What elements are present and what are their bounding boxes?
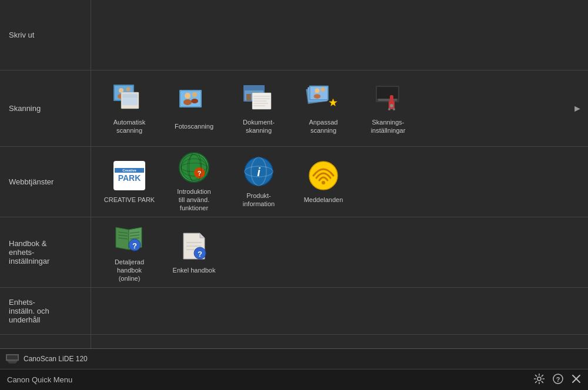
creative-park-icon-container: Creative PARK [112,160,147,192]
svg-point-41 [390,104,393,107]
detaljerad-handbok-item[interactable]: ? Detaljeradhandbok(online) [103,222,156,283]
svg-rect-37 [378,99,397,101]
introduktion-globe-icon: ? [179,152,209,183]
fotoscanning-icon-container [176,86,212,119]
sidebar-label-enhets: Enhets-inställn. ochunderhåll [9,298,49,324]
fotoscanning-label: Fotoscanning [175,122,213,130]
svg-point-4 [126,88,131,92]
sidebar-item-enhets: Enhets-inställn. ochunderhåll [0,288,91,335]
creative-park-label: CREATIVE PARK [104,196,155,204]
enkel-handbok-icon: ? [179,231,209,261]
anpassad-scanning-icon-container [306,82,341,115]
skriv-ut-row [91,0,588,70]
next-arrow-button[interactable]: ► [572,100,583,117]
svg-point-31 [315,89,319,93]
scanner-small-icon [6,354,19,364]
dokument-skanning-item[interactable]: Dokument-skanning [232,82,285,135]
scanner-name: CanoScan LiDE 120 [24,355,88,363]
svg-point-42 [388,108,390,110]
svg-point-43 [393,108,395,110]
meddelanden-item[interactable]: Meddelanden [297,160,350,204]
svg-text:i: i [257,166,260,179]
creative-park-top-text: Creative [115,168,144,173]
produkt-information-item[interactable]: i Produkt-information [232,156,285,209]
help-icon[interactable]: ? [553,374,563,386]
scanner-bar: CanoScan LiDE 120 [0,348,588,369]
main-content: Skriv ut Skanning Webbtjänster Handbok &… [0,0,588,348]
svg-point-55 [322,181,325,184]
content-panels: Automatisk scanning Fotoscanning [91,0,588,348]
svg-text:?: ? [556,376,560,383]
svg-text:?: ? [132,241,137,250]
app-title: Canon Quick Menu [7,375,72,384]
svg-rect-18 [246,94,251,100]
svg-point-33 [321,88,325,92]
settings-icon[interactable] [534,374,544,386]
skannings-installningar-icon-container [370,82,406,115]
svg-point-32 [314,94,321,99]
skannings-installningar-item[interactable]: Skannings-inställningar [362,82,415,135]
svg-rect-70 [7,355,18,359]
skanning-row: Automatisk scanning Fotoscanning [91,70,588,147]
svg-marker-34 [329,99,338,106]
automatisk-scanning-icon [112,83,146,113]
svg-rect-36 [377,87,398,99]
svg-text:?: ? [198,170,202,177]
automatisk-scanning-icon-container [112,82,147,115]
sidebar: Skriv ut Skanning Webbtjänster Handbok &… [0,0,91,348]
svg-text:?: ? [198,250,202,258]
sidebar-item-skriv-ut: Skriv ut [0,0,91,70]
sidebar-item-webbtjanster: Webbtjänster [0,147,91,217]
automatisk-scanning-label: Automatisk scanning [103,118,156,135]
svg-point-12 [185,93,191,99]
skannings-installningar-label: Skannings-inställningar [371,118,406,135]
introduktion-item[interactable]: ? Introduktiontill använd.funktioner [168,152,220,213]
footer-icons: ? [534,374,581,386]
meddelanden-icon [308,160,339,191]
introduktion-label: Introduktiontill använd.funktioner [177,187,211,213]
produkt-information-label: Produkt-information [243,191,275,209]
fotoscanning-item[interactable]: Fotoscanning [168,86,220,130]
sidebar-item-skanning: Skanning [0,70,91,147]
footer: Canon Quick Menu ? [0,369,588,390]
svg-point-48 [194,167,205,178]
svg-point-13 [183,99,192,105]
dokument-skanning-label: Dokument-skanning [243,118,275,135]
enkel-handbok-icon-container: ? [176,230,212,263]
produkt-information-icon-container: i [241,156,276,188]
detaljerad-handbok-icon: ? [112,223,146,253]
automatisk-scanning-item[interactable]: Automatisk scanning [103,82,156,135]
sidebar-item-handbok: Handbok &enhets-inställningar [0,217,91,288]
meddelanden-icon-container [306,160,341,192]
svg-rect-40 [393,101,395,109]
creative-park-item[interactable]: Creative PARK CREATIVE PARK [103,160,156,204]
produkt-information-icon: i [243,156,275,187]
dokument-skanning-icon-container [241,82,276,115]
svg-point-15 [191,99,198,103]
enkel-handbok-label: Enkel handbok [173,266,216,274]
svg-point-14 [192,92,197,97]
fotoscanning-icon [177,88,211,117]
svg-point-45 [188,154,201,180]
skannings-installningar-icon [371,83,405,113]
enkel-handbok-item[interactable]: ? Enkel handbok [168,230,220,274]
sidebar-label-webb: Webbtjänster [9,177,54,186]
svg-rect-71 [8,361,17,362]
webbtjanster-row: Creative PARK CREATIVE PARK [91,147,588,217]
meddelanden-label: Meddelanden [304,196,343,204]
anpassad-scanning-label: Anpassadscanning [309,118,338,135]
handbok-row: ? Detaljeradhandbok(online) [91,217,588,288]
anpassad-scanning-item[interactable]: Anpassadscanning [297,82,350,135]
sidebar-label-skriv: Skriv ut [9,31,34,39]
creative-park-icon: Creative PARK [113,161,145,190]
introduktion-icon-container: ? [176,152,212,184]
svg-rect-72 [9,362,16,364]
detaljerad-handbok-icon-container: ? [112,222,147,254]
svg-rect-39 [389,101,390,109]
close-icon[interactable] [572,374,581,386]
sidebar-label-handbok: Handbok &enhets-inställningar [9,239,49,265]
dokument-skanning-icon [242,83,276,113]
enhets-row [91,288,588,335]
detaljerad-handbok-label: Detaljeradhandbok(online) [115,258,144,283]
svg-point-73 [537,377,541,381]
